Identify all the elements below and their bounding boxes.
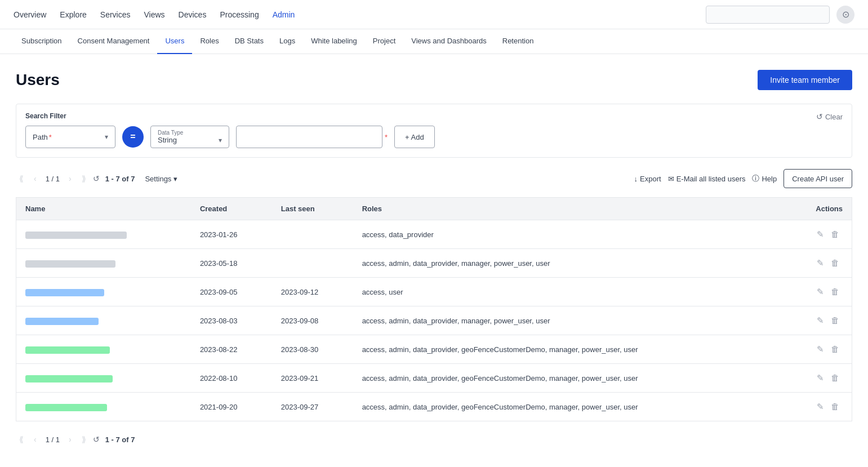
user-last-seen-cell: 2023-09-21	[272, 364, 353, 393]
user-name-cell	[16, 393, 191, 421]
edit-user-button[interactable]: ✎	[813, 313, 827, 328]
nav-overview[interactable]: Overview	[14, 8, 46, 21]
nav-admin[interactable]: Admin	[273, 8, 295, 21]
subnav-logs[interactable]: Logs	[271, 29, 303, 54]
nav-processing[interactable]: Processing	[220, 8, 259, 21]
subnav-roles[interactable]: Roles	[192, 29, 226, 54]
help-icon: ⓘ	[752, 174, 759, 184]
edit-user-button[interactable]: ✎	[813, 342, 827, 357]
subnav-whitelabeling[interactable]: White labeling	[303, 29, 365, 54]
edit-user-button[interactable]: ✎	[813, 399, 827, 414]
delete-user-button[interactable]: 🗑	[827, 399, 843, 413]
user-name-blur	[25, 346, 110, 354]
email-all-button[interactable]: ✉ E-Mail all listed users	[668, 175, 746, 183]
subnav-users[interactable]: Users	[157, 29, 192, 54]
nav-services[interactable]: Services	[100, 8, 131, 21]
nav-views[interactable]: Views	[144, 8, 165, 21]
delete-user-button[interactable]: 🗑	[827, 227, 843, 241]
user-name-blur	[25, 404, 107, 411]
delete-user-button[interactable]: 🗑	[827, 371, 843, 385]
user-last-seen-cell: 2023-09-27	[272, 393, 353, 421]
bottom-refresh-button[interactable]: ↺	[93, 435, 100, 444]
next-page-button[interactable]: ›	[65, 172, 75, 185]
user-roles-cell: access, data_provider	[353, 220, 782, 249]
table-header: Name Created Last seen Roles Actions	[16, 198, 852, 220]
user-actions-cell: ✎🗑	[782, 220, 852, 249]
col-last-seen: Last seen	[272, 198, 353, 220]
refresh-button[interactable]: ↺	[93, 174, 100, 183]
page-count: 1 - 7 of 7	[105, 175, 135, 183]
edit-user-button[interactable]: ✎	[813, 227, 827, 242]
user-actions-cell: ✎🗑	[782, 249, 852, 278]
table-row: 2022-08-102023-09-21access, admin, data_…	[16, 364, 852, 393]
user-name-blur	[25, 375, 113, 383]
delete-user-button[interactable]: 🗑	[827, 256, 843, 270]
help-button[interactable]: ⓘ Help	[752, 174, 777, 184]
clear-icon: ↺	[816, 112, 823, 121]
nav-explore[interactable]: Explore	[60, 8, 86, 21]
user-roles-cell: access, user	[353, 278, 782, 306]
subnav-dbstats[interactable]: DB Stats	[227, 29, 271, 54]
main-content: Users Invite team member Search Filter P…	[0, 54, 868, 460]
subnav-project[interactable]: Project	[365, 29, 403, 54]
equals-button[interactable]: =	[122, 126, 144, 148]
subnav-subscription[interactable]: Subscription	[14, 29, 70, 54]
user-created-cell: 2023-09-05	[191, 278, 272, 306]
value-input[interactable]	[236, 126, 382, 148]
subnav-retention[interactable]: Retention	[495, 29, 542, 54]
delete-user-button[interactable]: 🗑	[827, 342, 843, 356]
user-roles-cell: access, admin, data_provider, manager, p…	[353, 306, 782, 335]
table-row: 2023-05-18access, admin, data_provider, …	[16, 249, 852, 278]
table-row: 2023-08-222023-08-30access, admin, data_…	[16, 335, 852, 364]
bottom-pagination-row: ⟪ ‹ 1 / 1 › ⟫ ↺ 1 - 7 of 7	[16, 430, 852, 448]
search-filter-label: Search Filter	[25, 112, 843, 120]
email-icon: ✉	[668, 175, 674, 183]
edit-user-button[interactable]: ✎	[813, 284, 827, 299]
bottom-last-page-button[interactable]: ⟫	[78, 433, 90, 446]
add-filter-button[interactable]: + Add	[394, 126, 435, 148]
user-last-seen-cell: 2023-08-30	[272, 335, 353, 364]
prev-page-button[interactable]: ‹	[30, 172, 40, 185]
create-api-user-button[interactable]: Create API user	[784, 169, 852, 188]
bottom-first-page-button[interactable]: ⟪	[16, 433, 27, 446]
subnav-consent[interactable]: Consent Management	[70, 29, 158, 54]
user-roles-cell: access, admin, data_provider, geoFenceCu…	[353, 393, 782, 421]
user-name-cell	[16, 335, 191, 364]
search-input[interactable]	[706, 6, 830, 24]
page-title: Users	[16, 71, 60, 89]
table-body: 2023-01-26access, data_provider✎🗑2023-05…	[16, 220, 852, 421]
value-required-star: *	[385, 133, 388, 141]
first-page-button[interactable]: ⟪	[16, 172, 27, 185]
path-dropdown[interactable]: Path* ▾	[25, 126, 115, 148]
user-actions-cell: ✎🗑	[782, 278, 852, 306]
bottom-page-info: 1 / 1	[46, 435, 60, 444]
nav-devices[interactable]: Devices	[179, 8, 207, 21]
user-created-cell: 2021-09-20	[191, 393, 272, 421]
bottom-prev-page-button[interactable]: ‹	[30, 433, 40, 446]
table-row: 2021-09-202023-09-27access, admin, data_…	[16, 393, 852, 421]
users-table: Name Created Last seen Roles Actions 202…	[16, 197, 852, 421]
user-name-blur	[25, 232, 127, 239]
invite-team-member-button[interactable]: Invite team member	[758, 70, 852, 90]
edit-user-button[interactable]: ✎	[813, 256, 827, 270]
user-avatar[interactable]: ⊙	[836, 6, 854, 24]
export-button[interactable]: ↓ Export	[634, 175, 661, 183]
delete-user-button[interactable]: 🗑	[827, 313, 843, 327]
subnav-views-dashboards[interactable]: Views and Dashboards	[403, 29, 494, 54]
last-page-button[interactable]: ⟫	[78, 172, 90, 185]
user-name-cell	[16, 364, 191, 393]
clear-button[interactable]: ↺ Clear	[816, 112, 843, 121]
user-actions-cell: ✎🗑	[782, 306, 852, 335]
path-required-star: *	[49, 133, 52, 141]
data-type-value: String ▾	[158, 136, 222, 144]
edit-user-button[interactable]: ✎	[813, 371, 827, 385]
data-type-dropdown[interactable]: Data Type String ▾	[150, 126, 229, 148]
top-nav-right: ⊙	[706, 6, 854, 24]
top-nav-links: Overview Explore Services Views Devices …	[14, 8, 295, 21]
user-actions-cell: ✎🗑	[782, 393, 852, 421]
settings-button[interactable]: Settings ▾	[140, 172, 182, 185]
bottom-next-page-button[interactable]: ›	[65, 433, 75, 446]
delete-user-button[interactable]: 🗑	[827, 284, 843, 299]
table-row: 2023-08-032023-09-08access, admin, data_…	[16, 306, 852, 335]
user-name-blur	[25, 318, 99, 325]
